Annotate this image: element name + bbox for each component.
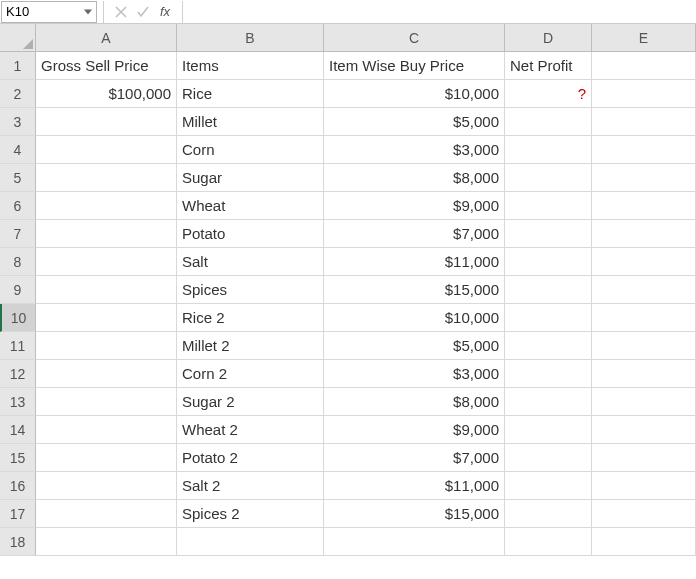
cell-A5[interactable] [36,164,177,192]
cell-A9[interactable] [36,276,177,304]
cell-A11[interactable] [36,332,177,360]
row-header-17[interactable]: 17 [0,500,36,528]
row-header-15[interactable]: 15 [0,444,36,472]
row-header-10[interactable]: 10 [0,304,36,332]
cell-C1[interactable]: Item Wise Buy Price [324,52,505,80]
cell-E7[interactable] [592,220,696,248]
cell-B2[interactable]: Rice [177,80,324,108]
cell-D10[interactable] [505,304,592,332]
cell-D17[interactable] [505,500,592,528]
cell-D8[interactable] [505,248,592,276]
formula-input[interactable] [189,2,696,22]
cell-B16[interactable]: Salt 2 [177,472,324,500]
cell-E17[interactable] [592,500,696,528]
cell-E4[interactable] [592,136,696,164]
cell-A4[interactable] [36,136,177,164]
row-header-14[interactable]: 14 [0,416,36,444]
cell-C7[interactable]: $7,000 [324,220,505,248]
cell-E9[interactable] [592,276,696,304]
cell-A8[interactable] [36,248,177,276]
column-header-A[interactable]: A [36,24,177,52]
cell-D15[interactable] [505,444,592,472]
cell-C14[interactable]: $9,000 [324,416,505,444]
cell-E12[interactable] [592,360,696,388]
select-all-button[interactable] [0,24,36,52]
cell-B10[interactable]: Rice 2 [177,304,324,332]
cell-B18[interactable] [177,528,324,556]
cell-E15[interactable] [592,444,696,472]
cell-C6[interactable]: $9,000 [324,192,505,220]
cell-E1[interactable] [592,52,696,80]
row-header-6[interactable]: 6 [0,192,36,220]
cell-E14[interactable] [592,416,696,444]
cell-C12[interactable]: $3,000 [324,360,505,388]
cell-D14[interactable] [505,416,592,444]
row-header-1[interactable]: 1 [0,52,36,80]
cell-A17[interactable] [36,500,177,528]
cell-D13[interactable] [505,388,592,416]
cell-E10[interactable] [592,304,696,332]
column-header-E[interactable]: E [592,24,696,52]
cell-C11[interactable]: $5,000 [324,332,505,360]
cell-C8[interactable]: $11,000 [324,248,505,276]
cell-E6[interactable] [592,192,696,220]
column-header-C[interactable]: C [324,24,505,52]
cell-A12[interactable] [36,360,177,388]
cell-D5[interactable] [505,164,592,192]
cell-D9[interactable] [505,276,592,304]
cell-A15[interactable] [36,444,177,472]
cell-B7[interactable]: Potato [177,220,324,248]
cell-B15[interactable]: Potato 2 [177,444,324,472]
cell-B17[interactable]: Spices 2 [177,500,324,528]
chevron-down-icon[interactable] [80,2,96,22]
cell-C2[interactable]: $10,000 [324,80,505,108]
name-box-wrap[interactable] [1,1,97,23]
cell-D11[interactable] [505,332,592,360]
row-header-5[interactable]: 5 [0,164,36,192]
cell-A13[interactable] [36,388,177,416]
cell-B4[interactable]: Corn [177,136,324,164]
cell-B3[interactable]: Millet [177,108,324,136]
row-header-12[interactable]: 12 [0,360,36,388]
cell-E5[interactable] [592,164,696,192]
cell-E18[interactable] [592,528,696,556]
cell-E8[interactable] [592,248,696,276]
row-header-13[interactable]: 13 [0,388,36,416]
cell-C16[interactable]: $11,000 [324,472,505,500]
cell-B5[interactable]: Sugar [177,164,324,192]
row-header-8[interactable]: 8 [0,248,36,276]
insert-function-button[interactable]: fx [154,4,176,19]
cell-D18[interactable] [505,528,592,556]
row-header-2[interactable]: 2 [0,80,36,108]
cell-C4[interactable]: $3,000 [324,136,505,164]
cell-A1[interactable]: Gross Sell Price [36,52,177,80]
cell-C9[interactable]: $15,000 [324,276,505,304]
cell-A6[interactable] [36,192,177,220]
spreadsheet-grid[interactable]: ABCDE1Gross Sell PriceItemsItem Wise Buy… [0,24,696,556]
cell-A18[interactable] [36,528,177,556]
cell-B9[interactable]: Spices [177,276,324,304]
cell-D4[interactable] [505,136,592,164]
cell-B6[interactable]: Wheat [177,192,324,220]
cell-B1[interactable]: Items [177,52,324,80]
cell-E13[interactable] [592,388,696,416]
cell-D2[interactable]: ? [505,80,592,108]
cell-E11[interactable] [592,332,696,360]
cell-C3[interactable]: $5,000 [324,108,505,136]
cell-C17[interactable]: $15,000 [324,500,505,528]
cell-D12[interactable] [505,360,592,388]
cell-A2[interactable]: $100,000 [36,80,177,108]
row-header-3[interactable]: 3 [0,108,36,136]
row-header-7[interactable]: 7 [0,220,36,248]
cell-A14[interactable] [36,416,177,444]
cell-D1[interactable]: Net Profit [505,52,592,80]
cell-D16[interactable] [505,472,592,500]
cell-B12[interactable]: Corn 2 [177,360,324,388]
row-header-16[interactable]: 16 [0,472,36,500]
row-header-11[interactable]: 11 [0,332,36,360]
cell-A16[interactable] [36,472,177,500]
row-header-9[interactable]: 9 [0,276,36,304]
cell-E16[interactable] [592,472,696,500]
cell-B8[interactable]: Salt [177,248,324,276]
cell-B13[interactable]: Sugar 2 [177,388,324,416]
